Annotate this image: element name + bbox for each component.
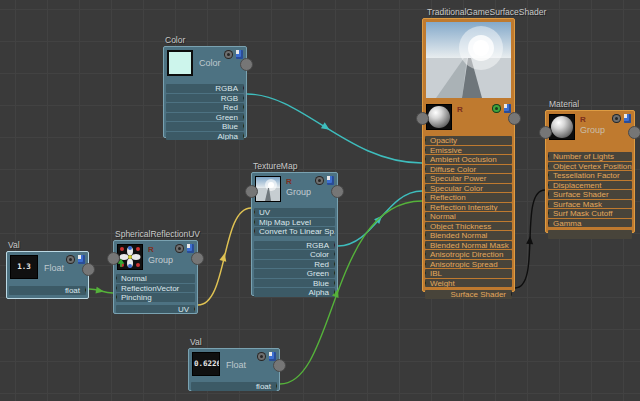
connector-bubble[interactable]	[331, 185, 344, 198]
comment-flag-icon[interactable]	[504, 104, 511, 113]
port-row: Pinching	[116, 293, 195, 302]
material-sphere-preview[interactable]	[426, 104, 452, 130]
preview-toggle-icon[interactable]	[66, 255, 75, 264]
comment-flag-icon[interactable]	[236, 50, 243, 59]
port-specular-color[interactable]	[425, 184, 426, 192]
connector-bubble[interactable]	[82, 263, 95, 276]
port-tessellation-factor[interactable]	[548, 171, 549, 179]
port-normal[interactable]	[425, 212, 426, 220]
preview-toggle-icon[interactable]	[315, 176, 324, 185]
node-type-label: Color	[199, 58, 221, 68]
preview-toggle-icon[interactable]	[612, 114, 621, 123]
port-blended-normal[interactable]	[425, 231, 426, 239]
port-rgba[interactable]	[334, 241, 335, 249]
port-normal[interactable]	[116, 274, 117, 282]
port-red[interactable]	[243, 103, 244, 111]
gizmo-preview[interactable]	[117, 244, 143, 270]
connector-bubble[interactable]	[107, 252, 120, 265]
connector-bubble[interactable]	[539, 126, 552, 139]
port-diffuse-color[interactable]	[425, 165, 426, 173]
comment-flag-icon[interactable]	[187, 244, 194, 253]
port-object-vertex-position[interactable]	[548, 162, 549, 170]
connector-bubble[interactable]	[191, 252, 204, 265]
preview-toggle-icon[interactable]	[257, 352, 266, 361]
port-opacity[interactable]	[425, 136, 426, 144]
port-anisotropic-direction[interactable]	[425, 250, 426, 258]
port-pinching[interactable]	[116, 293, 117, 301]
comment-flag-icon[interactable]	[78, 255, 85, 264]
connector-bubble[interactable]	[508, 112, 521, 125]
port-weight[interactable]	[425, 279, 426, 287]
port-blue[interactable]	[243, 122, 244, 130]
float-value-field[interactable]: 1.3	[10, 255, 38, 279]
wire-surfaceshader-to-material[interactable]	[515, 190, 545, 288]
port-specular-power[interactable]	[425, 174, 426, 182]
node-texturemap[interactable]: TextureMap R Group UV Mip Map Level VCon…	[251, 172, 338, 296]
float-value-field[interactable]: 0.6226563	[192, 352, 220, 376]
comment-flag-icon[interactable]	[624, 114, 631, 123]
connector-bubble[interactable]	[273, 359, 286, 372]
port-row: IBL	[425, 269, 512, 278]
connector-bubble[interactable]	[240, 58, 253, 71]
connector-bubble[interactable]	[628, 126, 640, 139]
node-val-1[interactable]: Val 1.3 Float float	[6, 251, 89, 299]
port-reflection-intensity[interactable]	[425, 203, 426, 211]
port-surf-mask-cutoff[interactable]	[548, 209, 549, 217]
port-color[interactable]	[334, 250, 335, 258]
port-row: Object Vertex Position	[548, 162, 632, 171]
port-emissive[interactable]	[425, 146, 426, 154]
node-caption: TextureMap	[253, 161, 297, 171]
port-blended-normal-mask[interactable]	[425, 241, 426, 249]
port-gamma[interactable]: V	[548, 219, 549, 227]
port-object-thickness[interactable]	[425, 222, 426, 230]
wire-color-rgb-to-diffuse-color[interactable]	[247, 94, 422, 163]
node-caption: Material	[549, 99, 579, 109]
port-reflectionvector[interactable]	[116, 284, 117, 292]
wire-sphericaluv-to-texturemap-uv[interactable]	[198, 208, 251, 305]
port-convert-linear[interactable]: V	[254, 227, 255, 235]
wire-val-to-pinching[interactable]	[89, 289, 113, 293]
port-green[interactable]	[334, 269, 335, 277]
port-reflection[interactable]	[425, 193, 426, 201]
port-ambient-occlusion[interactable]	[425, 155, 426, 163]
node-val-2[interactable]: Val 0.6226563 Float float	[188, 348, 280, 391]
port-anisotropic-spread[interactable]	[425, 260, 426, 268]
port-row: UV	[254, 208, 335, 217]
port-alpha[interactable]	[243, 132, 244, 140]
port-uv-out[interactable]	[194, 305, 195, 313]
port-alpha[interactable]	[334, 288, 335, 296]
port-ibl[interactable]	[425, 269, 426, 277]
color-swatch[interactable]	[167, 50, 193, 76]
shader-graph-canvas[interactable]: { "colors":{ "port_green":"#76c02f","por…	[0, 0, 640, 401]
preview-toggle-icon[interactable]	[492, 104, 501, 113]
node-material[interactable]: Material R Group VNumber of Lights Objec…	[545, 110, 635, 233]
port-blue[interactable]	[334, 279, 335, 287]
node-sphericalreflectionuv[interactable]: SphericalReflectionUV R Group	[113, 240, 198, 314]
comment-flag-icon[interactable]	[327, 176, 334, 185]
port-green[interactable]	[243, 113, 244, 121]
port-row: RGB	[166, 94, 244, 103]
node-color[interactable]: Color Color RGBA RGB Red Green Blue Alph…	[163, 46, 247, 138]
port-float-out[interactable]	[85, 286, 86, 294]
shader-preview-image[interactable]	[426, 22, 511, 98]
connector-bubble[interactable]	[245, 185, 258, 198]
port-uv[interactable]	[254, 208, 255, 216]
port-displacement[interactable]	[548, 181, 549, 189]
port-rgb[interactable]	[243, 94, 244, 102]
empty-output-strip	[548, 230, 632, 239]
preview-toggle-icon[interactable]	[175, 244, 184, 253]
port-number-of-lights[interactable]: V	[548, 152, 549, 160]
port-float-out[interactable]	[276, 382, 277, 390]
node-traditionalgamesurfaceshader[interactable]: TraditionalGameSurfaceShader R Group Opa…	[422, 18, 515, 292]
texture-preview[interactable]	[255, 176, 281, 202]
port-surface-shader-out[interactable]	[511, 290, 512, 298]
preview-toggle-icon[interactable]	[224, 50, 233, 59]
port-rgba[interactable]	[243, 84, 244, 92]
port-surface-shader-in[interactable]	[548, 190, 549, 198]
connector-bubble[interactable]	[416, 112, 429, 125]
port-red[interactable]	[334, 260, 335, 268]
wire-texturemap-color-to-reflection[interactable]	[338, 191, 422, 246]
port-surface-mask[interactable]	[548, 200, 549, 208]
port-mip-map-level[interactable]	[254, 218, 255, 226]
material-sphere-preview[interactable]	[549, 114, 575, 140]
